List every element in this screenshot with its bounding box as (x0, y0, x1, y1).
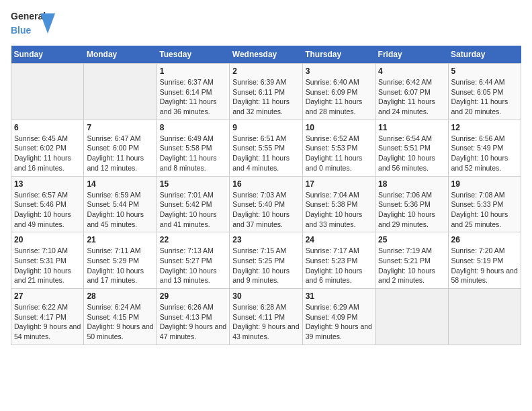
day-number: 17 (306, 179, 372, 189)
calendar-cell: 8Sunrise: 6:49 AMSunset: 5:58 PMDaylight… (157, 120, 229, 176)
calendar-cell: 4Sunrise: 6:42 AMSunset: 6:07 PMDaylight… (375, 64, 448, 120)
calendar-cell: 3Sunrise: 6:40 AMSunset: 6:09 PMDaylight… (302, 64, 375, 120)
day-number: 14 (87, 179, 153, 189)
day-info: Sunrise: 6:44 AMSunset: 6:05 PMDaylight:… (451, 77, 518, 117)
svg-marker-0 (40, 13, 55, 34)
day-info: Sunrise: 6:39 AMSunset: 6:11 PMDaylight:… (232, 77, 299, 117)
calendar-cell (448, 289, 521, 345)
day-number: 27 (14, 291, 81, 301)
day-info: Sunrise: 7:17 AMSunset: 5:23 PMDaylight:… (306, 246, 372, 285)
calendar-week-row: 1Sunrise: 6:37 AMSunset: 6:14 PMDaylight… (11, 64, 521, 120)
day-number: 4 (378, 66, 445, 76)
day-info: Sunrise: 7:11 AMSunset: 5:29 PMDaylight:… (87, 246, 153, 285)
day-info: Sunrise: 7:04 AMSunset: 5:38 PMDaylight:… (306, 190, 372, 230)
day-number: 11 (378, 123, 445, 132)
calendar-cell (375, 289, 448, 345)
calendar-cell: 5Sunrise: 6:44 AMSunset: 6:05 PMDaylight… (448, 64, 521, 120)
day-number: 24 (306, 235, 372, 244)
day-number: 19 (451, 179, 518, 189)
day-info: Sunrise: 7:13 AMSunset: 5:27 PMDaylight:… (160, 246, 226, 285)
day-info: Sunrise: 7:15 AMSunset: 5:25 PMDaylight:… (232, 246, 299, 285)
day-number: 3 (306, 66, 372, 76)
calendar-cell (11, 64, 84, 120)
calendar-cell: 28Sunrise: 6:24 AMSunset: 4:15 PMDayligh… (84, 289, 157, 345)
calendar-cell: 31Sunrise: 6:29 AMSunset: 4:09 PMDayligh… (302, 289, 375, 345)
day-number: 25 (378, 235, 445, 244)
day-info: Sunrise: 7:06 AMSunset: 5:36 PMDaylight:… (378, 190, 445, 230)
calendar-cell: 22Sunrise: 7:13 AMSunset: 5:27 PMDayligh… (157, 232, 229, 289)
day-info: Sunrise: 7:10 AMSunset: 5:31 PMDaylight:… (14, 246, 81, 285)
day-info: Sunrise: 6:54 AMSunset: 5:51 PMDaylight:… (378, 134, 445, 173)
day-number: 7 (87, 123, 153, 132)
day-number: 8 (160, 123, 226, 132)
day-number: 16 (232, 179, 299, 189)
weekday-header-tuesday: Tuesday (157, 46, 229, 64)
calendar-cell: 30Sunrise: 6:28 AMSunset: 4:11 PMDayligh… (230, 289, 302, 345)
day-number: 26 (451, 235, 518, 244)
calendar-cell: 14Sunrise: 6:59 AMSunset: 5:44 PMDayligh… (84, 176, 157, 232)
day-number: 23 (232, 235, 299, 244)
calendar-week-row: 13Sunrise: 6:57 AMSunset: 5:46 PMDayligh… (11, 176, 521, 232)
day-number: 28 (87, 291, 153, 301)
calendar-week-row: 6Sunrise: 6:45 AMSunset: 6:02 PMDaylight… (11, 120, 521, 176)
calendar-cell: 7Sunrise: 6:47 AMSunset: 6:00 PMDaylight… (84, 120, 157, 176)
calendar-cell: 11Sunrise: 6:54 AMSunset: 5:51 PMDayligh… (375, 120, 448, 176)
day-info: Sunrise: 6:56 AMSunset: 5:49 PMDaylight:… (451, 134, 518, 173)
day-number: 10 (306, 123, 372, 132)
day-number: 31 (306, 291, 372, 301)
day-number: 20 (14, 235, 81, 244)
calendar-cell: 13Sunrise: 6:57 AMSunset: 5:46 PMDayligh… (11, 176, 84, 232)
calendar-cell: 15Sunrise: 7:01 AMSunset: 5:42 PMDayligh… (157, 176, 229, 232)
day-info: Sunrise: 6:59 AMSunset: 5:44 PMDaylight:… (87, 190, 153, 230)
day-info: Sunrise: 6:42 AMSunset: 6:07 PMDaylight:… (378, 77, 445, 117)
weekday-header-sunday: Sunday (11, 46, 84, 64)
calendar-cell: 18Sunrise: 7:06 AMSunset: 5:36 PMDayligh… (375, 176, 448, 232)
day-info: Sunrise: 6:40 AMSunset: 6:09 PMDaylight:… (306, 77, 372, 117)
calendar-week-row: 27Sunrise: 6:22 AMSunset: 4:17 PMDayligh… (11, 289, 521, 345)
page-header: General Blue (11, 11, 521, 38)
day-info: Sunrise: 6:52 AMSunset: 5:53 PMDaylight:… (306, 134, 372, 173)
calendar-week-row: 20Sunrise: 7:10 AMSunset: 5:31 PMDayligh… (11, 232, 521, 289)
calendar-cell: 6Sunrise: 6:45 AMSunset: 6:02 PMDaylight… (11, 120, 84, 176)
day-info: Sunrise: 7:01 AMSunset: 5:42 PMDaylight:… (160, 190, 226, 230)
day-info: Sunrise: 6:51 AMSunset: 5:55 PMDaylight:… (232, 134, 299, 173)
calendar-cell: 10Sunrise: 6:52 AMSunset: 5:53 PMDayligh… (302, 120, 375, 176)
calendar-cell (84, 64, 157, 120)
day-number: 29 (160, 291, 226, 301)
day-info: Sunrise: 7:03 AMSunset: 5:40 PMDaylight:… (232, 190, 299, 230)
calendar-cell: 9Sunrise: 6:51 AMSunset: 5:55 PMDaylight… (230, 120, 302, 176)
logo: General Blue (11, 11, 43, 38)
day-info: Sunrise: 6:45 AMSunset: 6:02 PMDaylight:… (14, 134, 81, 173)
day-info: Sunrise: 7:08 AMSunset: 5:33 PMDaylight:… (451, 190, 518, 230)
day-number: 21 (87, 235, 153, 244)
calendar-cell: 25Sunrise: 7:19 AMSunset: 5:21 PMDayligh… (375, 232, 448, 289)
day-info: Sunrise: 6:37 AMSunset: 6:14 PMDaylight:… (160, 77, 226, 117)
calendar-cell: 24Sunrise: 7:17 AMSunset: 5:23 PMDayligh… (302, 232, 375, 289)
day-number: 6 (14, 123, 81, 132)
day-info: Sunrise: 7:19 AMSunset: 5:21 PMDaylight:… (378, 246, 445, 285)
day-number: 18 (378, 179, 445, 189)
day-number: 1 (160, 66, 226, 76)
weekday-header-monday: Monday (84, 46, 157, 64)
calendar-cell: 19Sunrise: 7:08 AMSunset: 5:33 PMDayligh… (448, 176, 521, 232)
calendar-cell: 23Sunrise: 7:15 AMSunset: 5:25 PMDayligh… (230, 232, 302, 289)
calendar-cell: 26Sunrise: 7:20 AMSunset: 5:19 PMDayligh… (448, 232, 521, 289)
day-info: Sunrise: 6:47 AMSunset: 6:00 PMDaylight:… (87, 134, 153, 173)
day-info: Sunrise: 6:24 AMSunset: 4:15 PMDaylight:… (87, 302, 153, 342)
day-number: 15 (160, 179, 226, 189)
day-info: Sunrise: 6:29 AMSunset: 4:09 PMDaylight:… (306, 302, 372, 342)
calendar-cell: 17Sunrise: 7:04 AMSunset: 5:38 PMDayligh… (302, 176, 375, 232)
day-info: Sunrise: 7:20 AMSunset: 5:19 PMDaylight:… (451, 246, 518, 285)
calendar-cell: 12Sunrise: 6:56 AMSunset: 5:49 PMDayligh… (448, 120, 521, 176)
weekday-header-wednesday: Wednesday (230, 46, 302, 64)
day-info: Sunrise: 6:26 AMSunset: 4:13 PMDaylight:… (160, 302, 226, 342)
day-number: 22 (160, 235, 226, 244)
day-info: Sunrise: 6:28 AMSunset: 4:11 PMDaylight:… (232, 302, 299, 342)
day-number: 30 (232, 291, 299, 301)
calendar-cell: 21Sunrise: 7:11 AMSunset: 5:29 PMDayligh… (84, 232, 157, 289)
calendar-cell: 2Sunrise: 6:39 AMSunset: 6:11 PMDaylight… (230, 64, 302, 120)
day-info: Sunrise: 6:49 AMSunset: 5:58 PMDaylight:… (160, 134, 226, 173)
weekday-header-saturday: Saturday (448, 46, 521, 64)
day-number: 13 (14, 179, 81, 189)
day-number: 12 (451, 123, 518, 132)
